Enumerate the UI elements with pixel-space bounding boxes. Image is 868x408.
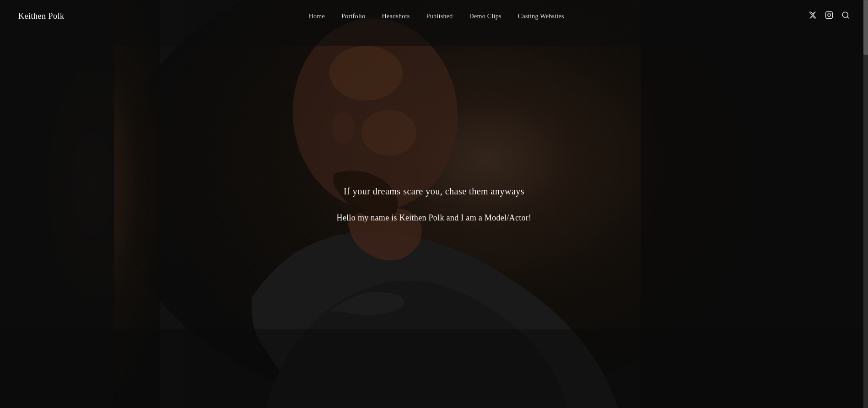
scrollbar[interactable] xyxy=(863,0,868,408)
nav-social-icons xyxy=(809,11,850,21)
nav-item-casting-websites[interactable]: Casting Websites xyxy=(518,12,564,20)
svg-point-13 xyxy=(828,14,830,16)
hero-intro: Hello my name is Keithen Polk and I am a… xyxy=(297,212,571,224)
svg-point-5 xyxy=(361,110,416,156)
nav-menu: Home Portfolio Headshots Published Demo … xyxy=(309,12,564,20)
twitter-icon[interactable] xyxy=(809,11,817,21)
nav-item-home[interactable]: Home xyxy=(309,12,325,20)
hero-text-container: If your dreams scare you, chase them any… xyxy=(297,184,571,224)
svg-rect-11 xyxy=(0,329,868,408)
svg-point-14 xyxy=(830,13,831,14)
search-icon[interactable] xyxy=(841,11,850,21)
nav-link-portfolio[interactable]: Portfolio xyxy=(341,13,365,20)
nav-item-headshots[interactable]: Headshots xyxy=(382,12,410,20)
scrollbar-thumb[interactable] xyxy=(863,0,868,55)
svg-line-16 xyxy=(847,16,848,18)
nav-link-published[interactable]: Published xyxy=(426,13,453,20)
svg-point-4 xyxy=(329,46,403,101)
svg-rect-12 xyxy=(826,12,833,19)
nav-link-casting-websites[interactable]: Casting Websites xyxy=(518,13,564,20)
nav-link-home[interactable]: Home xyxy=(309,13,325,20)
hero-quote: If your dreams scare you, chase them any… xyxy=(297,184,571,198)
nav-item-published[interactable]: Published xyxy=(426,12,453,20)
nav-item-portfolio[interactable]: Portfolio xyxy=(341,12,365,20)
navigation: Keithen Polk Home Portfolio Headshots Pu… xyxy=(0,0,868,32)
nav-item-demo-clips[interactable]: Demo Clips xyxy=(469,12,501,20)
nav-link-headshots[interactable]: Headshots xyxy=(382,13,410,20)
brand-logo[interactable]: Keithen Polk xyxy=(18,11,65,21)
instagram-icon[interactable] xyxy=(825,11,833,21)
svg-point-6 xyxy=(332,112,355,144)
nav-link-demo-clips[interactable]: Demo Clips xyxy=(469,13,501,20)
